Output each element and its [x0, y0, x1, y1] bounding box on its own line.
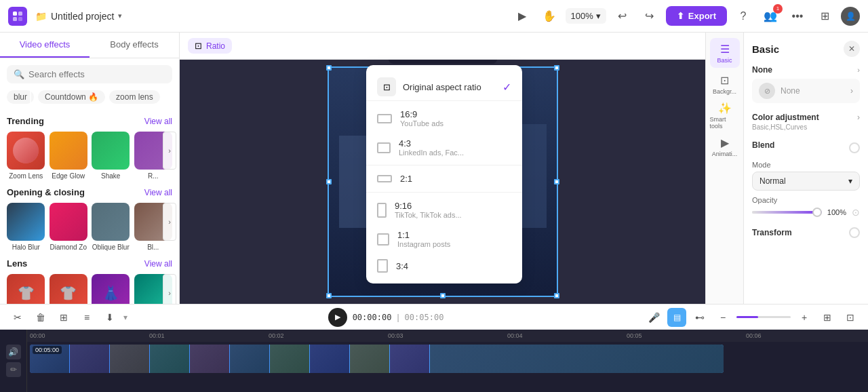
track-edit-btn[interactable]: ✏ [6, 362, 21, 377]
lens-view-all[interactable]: View all [144, 259, 172, 269]
notification-badge: 1 [773, 4, 783, 14]
ratio-label: Ratio [206, 41, 225, 51]
ruler-mark-5: 00:05 [627, 332, 746, 339]
timeline-tools-left: ✂ 🗑 ⊞ ≡ ⬇ ▾ [8, 308, 127, 327]
effect-oblique-blur[interactable]: Oblique Blur [92, 203, 130, 252]
lens-next-btn[interactable]: › [163, 274, 176, 304]
effect-shake[interactable]: Shake [92, 132, 130, 180]
panel-tab-smart-tools[interactable]: ✨ Smart tools [710, 100, 740, 130]
panel-close-button[interactable]: ✕ [844, 41, 860, 57]
blend-title: Blend [752, 140, 774, 150]
animate-tab-label: Animati... [712, 151, 738, 157]
aspect-16-9-sub: YouTube ads [400, 119, 443, 128]
project-dropdown-chevron[interactable]: ▾ [118, 12, 122, 20]
svg-rect-2 [13, 17, 17, 21]
mode-label: Mode [752, 161, 860, 169]
background-icon: ⊡ [720, 74, 729, 87]
effect-sharpen-edge[interactable]: 👕 Sharpen Edg [50, 274, 88, 304]
trending-next-btn[interactable]: › [163, 132, 176, 170]
effect-name-trending-4: R... [148, 172, 159, 180]
opening-closing-view-all[interactable]: View all [144, 188, 172, 197]
opacity-slider[interactable] [752, 211, 822, 214]
effects-sidebar: Video effects Body effects 🔍 blur Countd… [0, 33, 180, 304]
track-volume-btn[interactable]: 🔊 [6, 345, 21, 359]
panel-tab-animate[interactable]: ▶ Animati... [710, 132, 740, 161]
aspect-option-1-1[interactable]: 1:1 Instagram posts [366, 224, 522, 254]
trending-view-all[interactable]: View all [144, 117, 172, 126]
timeline-fullscreen-btn[interactable]: ⊞ [818, 308, 837, 327]
effect-zoom-lens[interactable]: Zoom Lens [7, 132, 45, 180]
effect-diamond-zoom[interactable]: Diamond Zo [50, 203, 88, 252]
trending-section-header: Trending View all [7, 116, 172, 126]
mask-row[interactable]: ⊘ None › [752, 79, 860, 103]
timeline-caption-btn[interactable]: ⊡ [841, 308, 860, 327]
project-name-area[interactable]: 📁 Untitled project ▾ [35, 11, 122, 22]
search-input-wrap[interactable]: 🔍 [7, 65, 172, 83]
timeline-content: 00:00 00:01 00:02 00:03 00:04 00:05 00:0… [27, 330, 868, 392]
opening-next-btn[interactable]: › [163, 203, 176, 241]
panel-tab-background[interactable]: ⊡ Backgr... [710, 69, 740, 99]
effect-name-diamond-zoom: Diamond Zo [50, 243, 87, 252]
opacity-thumb[interactable] [812, 208, 822, 217]
smart-tools-icon: ✨ [718, 102, 732, 115]
timeline-export-btn[interactable]: ⬇ [100, 308, 119, 327]
zoom-value: 100% [571, 11, 593, 21]
ruler-marks: 00:00 00:01 00:02 00:03 00:04 00:05 00:0… [30, 332, 865, 339]
timeline-mic-btn[interactable]: 🎤 [644, 308, 663, 327]
more-options-button[interactable]: ••• [787, 5, 808, 27]
timeline-zoom-out-btn[interactable]: − [713, 308, 732, 327]
timeline-connect-btn[interactable]: ⊷ [690, 308, 709, 327]
effect-edge-glow[interactable]: Edge Glow [50, 132, 88, 180]
ratio-button[interactable]: ⊡ Ratio [188, 38, 232, 54]
effect-name-halo-blur: Halo Blur [12, 243, 40, 252]
app-logo [8, 7, 27, 26]
zoom-level[interactable]: 100% ▾ [566, 8, 606, 24]
aspect-option-3-4[interactable]: 3:4 [366, 254, 522, 278]
hand-tool-button[interactable]: ✋ [538, 5, 560, 27]
help-button[interactable]: ? [732, 5, 754, 27]
timeline-zoom-in-btn[interactable]: + [795, 308, 814, 327]
mask-header: None › [752, 65, 860, 75]
play-button[interactable]: ▶ [328, 308, 347, 327]
timeline-zoom-slider[interactable] [736, 316, 791, 318]
redo-button[interactable]: ↪ [639, 5, 660, 27]
aspect-divider-1 [366, 165, 522, 165]
timeline-media-btn[interactable]: ▤ [667, 308, 686, 327]
filter-tag-countdown[interactable]: Countdown 🔥 [38, 90, 105, 104]
search-input[interactable] [28, 69, 165, 79]
color-adj-arrow[interactable]: › [857, 113, 860, 122]
tab-video-effects[interactable]: Video effects [0, 33, 90, 58]
mode-select[interactable]: Normal ▾ [752, 172, 860, 191]
mask-expand-icon[interactable]: › [857, 66, 860, 74]
effect-optical-zoom[interactable]: 👕 Optical Zoo [7, 274, 45, 304]
time-separator: | [397, 313, 399, 322]
mask-value-label: None [781, 86, 845, 96]
timeline-export-chevron[interactable]: ▾ [123, 313, 127, 322]
topbar: 📁 Untitled project ▾ ▶ ✋ 100% ▾ ↩ ↪ ⬆ Ex… [0, 0, 868, 33]
layout-toggle-button[interactable]: ⊞ [814, 5, 835, 27]
tab-body-effects[interactable]: Body effects [90, 33, 179, 58]
timeline-align-btn[interactable]: ≡ [77, 308, 96, 327]
transform-header: Transform [752, 227, 860, 238]
timeline-delete-btn[interactable]: 🗑 [31, 308, 50, 327]
undo-button[interactable]: ↩ [612, 5, 633, 27]
aspect-option-4-3[interactable]: 4:3 LinkedIn ads, Fac... [366, 133, 522, 162]
user-avatar[interactable]: 👤 [841, 7, 860, 26]
panel-tab-basic[interactable]: ☰ Basic [710, 38, 740, 68]
effect-halo-blur[interactable]: Halo Blur [7, 203, 45, 252]
aspect-option-2-1[interactable]: 2:1 [366, 168, 522, 189]
filter-tag-zoom[interactable]: zoom lens [109, 90, 160, 104]
play-mode-button[interactable]: ▶ [511, 5, 533, 27]
video-track[interactable]: 00:05:00 [30, 345, 724, 373]
export-button[interactable]: ⬆ Export [666, 6, 727, 26]
svg-rect-1 [18, 12, 22, 16]
share-button[interactable]: 👥 1 [760, 5, 781, 27]
opacity-reset-icon[interactable]: ⊙ [852, 207, 860, 218]
timeline-cut-btn[interactable]: ✂ [8, 308, 27, 327]
effect-smart-sharp[interactable]: 👗 Smart Sharp [92, 274, 130, 304]
aspect-header: ⊡ Original aspect ratio ✓ [366, 71, 522, 101]
timeline-split-btn[interactable]: ⊞ [54, 308, 73, 327]
aspect-option-9-16[interactable]: 9:16 TikTok, TikTok ads... [366, 195, 522, 224]
aspect-option-16-9[interactable]: 16:9 YouTube ads [366, 104, 522, 133]
effect-name-oblique-blur: Oblique Blur [92, 243, 130, 252]
